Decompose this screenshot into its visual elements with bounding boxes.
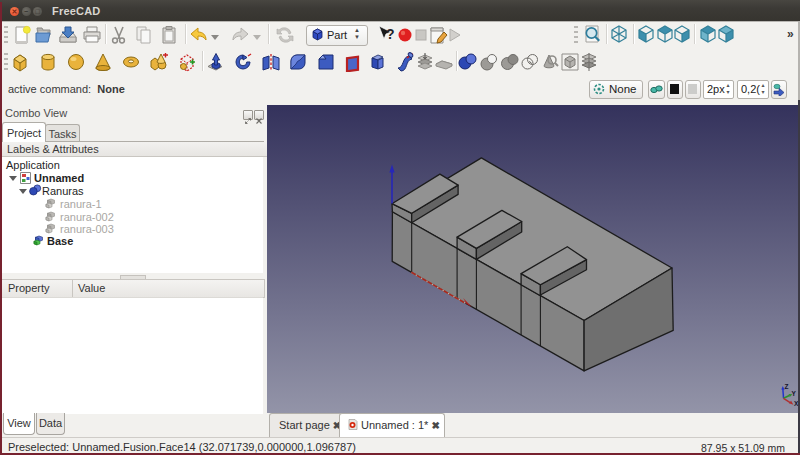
svg-text:?: ? <box>386 26 395 42</box>
svg-text:Z: Z <box>785 383 789 390</box>
svg-text:Y: Y <box>792 390 797 397</box>
